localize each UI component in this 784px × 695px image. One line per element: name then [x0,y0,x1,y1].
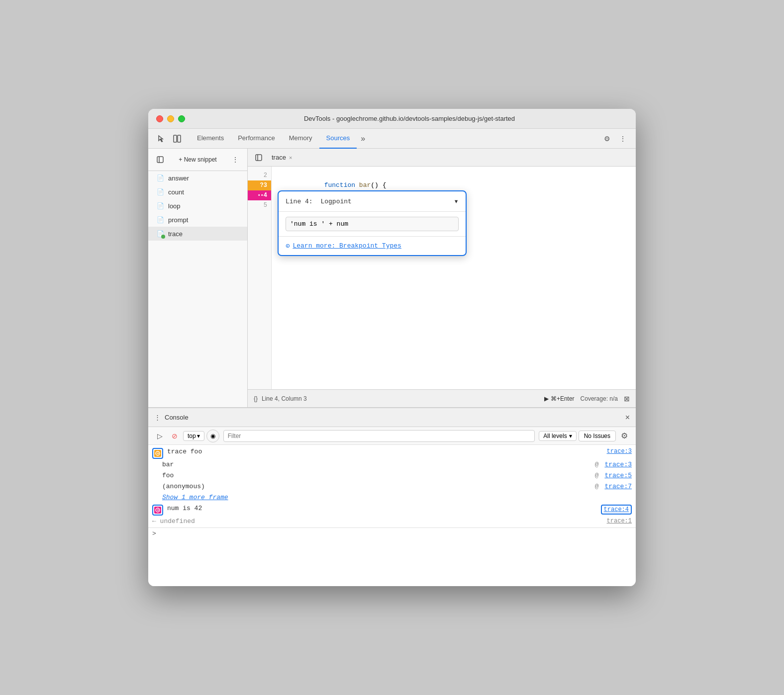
editor-back-icon[interactable] [252,151,266,165]
window-title: DevTools - googlechrome.github.io/devtoo… [191,115,628,122]
console-menu-icon[interactable]: ⋮ [154,414,161,421]
logpoint-input-area [279,212,466,237]
log-text-undefined: ← undefined [152,518,605,525]
logpoint-learn-more: ⊙ Learn more: Breakpoint Types [279,237,466,255]
main-content: + New snippet ⋮ 📄 answer 📄 count 📄 loop … [148,149,636,407]
tab-memory[interactable]: Memory [282,129,319,149]
line-num-4[interactable]: ••4 [248,190,271,200]
more-options-icon[interactable]: ⋮ [616,132,630,146]
stack-source-bar[interactable]: trace:3 [604,461,632,468]
prompt-arrow-icon: > [152,530,156,537]
editor-area: trace × 2 ?3 ••4 5 fu [248,149,636,407]
show-more-link[interactable]: Show 1 more frame [162,494,228,501]
log-source-trace1[interactable]: trace:1 [607,518,632,524]
stack-source-anon[interactable]: trace:7 [604,483,632,490]
sidebar: + New snippet ⋮ 📄 answer 📄 count 📄 loop … [148,149,248,407]
log-source-trace3[interactable]: trace:3 [607,448,632,455]
line-num-2: 2 [248,171,271,180]
title-bar: DevTools - googlechrome.github.io/devtoo… [148,109,636,129]
learn-more-link[interactable]: Learn more: Breakpoint Types [293,242,401,250]
sidebar-item-trace[interactable]: 📄 trace [148,227,247,241]
traffic-lights [156,115,185,122]
svg-rect-1 [178,135,181,142]
file-icon-loop: 📄 [156,202,164,210]
stack-fn-foo: foo [162,472,574,479]
svg-rect-2 [157,157,163,163]
panels-icon[interactable] [170,132,184,146]
status-right: ▶ ⌘+Enter Coverage: n/a ⊠ [544,395,630,403]
line-numbers: 2 ?3 ••4 5 [248,167,272,389]
run-button[interactable]: ▶ ⌘+Enter [544,395,575,402]
console-title: Console [165,414,189,421]
issues-button[interactable]: No Issues [579,431,616,441]
stack-source-foo[interactable]: trace:5 [604,472,632,479]
status-left: {} Line 4, Column 3 [254,395,307,402]
sidebar-item-answer[interactable]: 📄 answer [148,171,247,185]
coverage-icon[interactable]: ⊠ [624,395,630,403]
tab-sources[interactable]: Sources [319,129,357,149]
log-source-trace4[interactable]: trace:4 [601,505,632,515]
context-selector[interactable]: top ▾ [183,431,204,441]
stack-at-foo: @ [576,472,603,479]
settings-icon[interactable]: ⚙ [600,132,614,146]
coverage-label: Coverage: n/a [581,395,618,402]
context-chevron-icon: ▾ [197,433,200,439]
nav-icons [154,132,184,146]
logpoint-popup: Line 4: Logpoint ▾ ⊙ Learn more: Breakpo… [278,190,467,256]
logpoint-icon-1 [154,450,161,457]
log-entry-num: num is 42 trace:4 [148,504,636,517]
status-bar: {} Line 4, Column 3 ▶ ⌘+Enter Coverage: … [248,389,636,407]
sidebar-more-icon[interactable]: ⋮ [228,153,242,167]
devtools-settings-icons: ⚙ ⋮ [600,132,630,146]
console-area: ⋮ Console × ▷ ⊘ top ▾ ◉ All levels ▾ No … [148,407,636,586]
run-icon: ▶ [544,395,549,402]
sidebar-toggle-icon[interactable] [153,153,167,167]
learn-more-icon: ⊙ [286,242,290,250]
clear-console-icon[interactable]: ⊘ [168,430,181,442]
console-prompt-input[interactable] [159,530,632,537]
sidebar-item-count[interactable]: 📄 count [148,185,247,199]
close-button[interactable] [156,115,163,122]
console-prompt: > [148,527,636,539]
show-more-frames: Show 1 more frame [148,493,636,504]
stack-entry-bar: bar @ trace:3 [148,460,636,471]
editor-tab-bar: trace × [248,149,636,167]
file-icon-answer: 📄 [156,174,164,182]
devtools-window: DevTools - googlechrome.github.io/devtoo… [148,109,636,586]
cursor-icon[interactable] [154,132,168,146]
new-snippet-button[interactable]: + New snippet [175,154,220,165]
breakpoint-dot [161,235,165,239]
file-icon-prompt: 📄 [156,216,164,224]
minimize-button[interactable] [167,115,174,122]
run-script-icon[interactable]: ▷ [153,430,166,442]
tab-more[interactable]: » [357,134,369,143]
console-filter-input[interactable] [223,430,535,442]
logpoint-dropdown-icon[interactable]: ▾ [454,196,459,206]
tab-close-icon[interactable]: × [289,155,292,161]
log-entry-undefined: ← undefined trace:1 [148,517,636,527]
console-settings-icon[interactable]: ⚙ [618,430,631,442]
log-entry-trace-foo: trace foo trace:3 [148,447,636,460]
stack-entry-foo: foo @ trace:5 [148,471,636,482]
tab-elements[interactable]: Elements [190,129,231,149]
levels-chevron-icon: ▾ [569,433,572,439]
code-editor: 2 ?3 ••4 5 function bar() { let num = 42… [248,167,636,389]
logpoint-icon-2 [154,507,161,514]
maximize-button[interactable] [178,115,185,122]
sidebar-item-loop[interactable]: 📄 loop [148,199,247,213]
logpoint-input[interactable] [286,217,459,231]
eye-icon[interactable]: ◉ [206,430,219,442]
console-close-button[interactable]: × [625,413,630,422]
stack-at-anon: @ [591,483,602,490]
log-text-trace-foo: trace foo [167,448,605,455]
stack-fn-bar: bar [162,461,581,468]
console-header: ⋮ Console × [148,408,636,427]
console-toolbar: ▷ ⊘ top ▾ ◉ All levels ▾ No Issues ⚙ [148,427,636,445]
log-levels-selector[interactable]: All levels ▾ [539,431,576,441]
sidebar-item-prompt[interactable]: 📄 prompt [148,213,247,227]
console-log: trace foo trace:3 bar @ trace:3 foo @ tr… [148,445,636,586]
editor-tab-trace[interactable]: trace × [266,149,298,167]
format-btn[interactable]: {} [254,395,258,402]
line-num-3[interactable]: ?3 [248,180,271,190]
tab-performance[interactable]: Performance [231,129,282,149]
